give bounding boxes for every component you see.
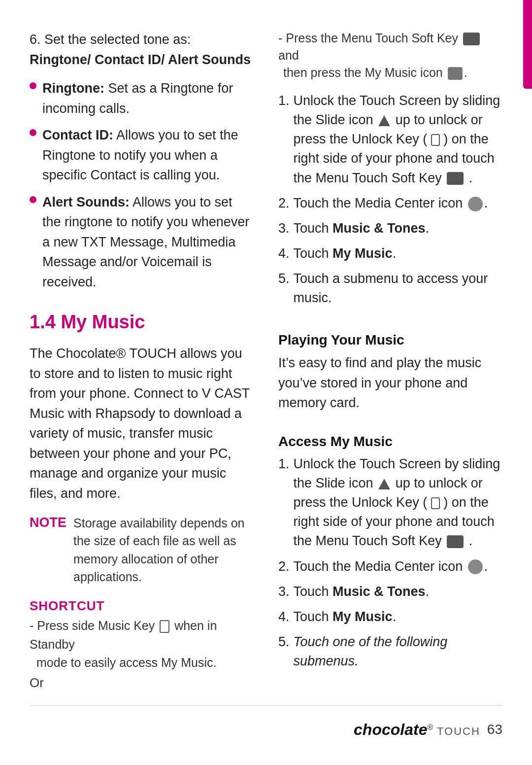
note-text: Storage availability depends on the size…	[73, 514, 254, 586]
access-step-2: 2. Touch the Media Center icon .	[278, 557, 502, 576]
shortcut-line2: mode to easily access My Music.	[30, 656, 216, 669]
list-item-text: Ringtone: Set as a Ringtone for incoming…	[42, 78, 254, 118]
set-tone-bold-text: Ringtone/ Contact ID/ Alert Sounds	[30, 52, 251, 67]
step-2-top: 2. Touch the Media Center icon .	[278, 194, 502, 213]
content-columns: 6. Set the selected tone as: Ringtone/ C…	[30, 30, 502, 691]
shortcut-label: SHORTCUT	[30, 598, 254, 614]
step-5-top: 5. Touch a submenu to access your music.	[278, 269, 502, 308]
note-label: NOTE	[30, 514, 66, 530]
page-container: 6. Set the selected tone as: Ringtone/ C…	[0, 0, 532, 765]
shortcut-text: - Press side Music Key when in Standby m…	[30, 617, 254, 672]
playing-your-music-heading: Playing Your Music	[278, 332, 502, 348]
access-step-3: 3. Touch Music & Tones.	[278, 582, 502, 601]
list-item: Alert Sounds: Allows you to set the ring…	[30, 192, 254, 292]
music-key-icon	[160, 620, 169, 633]
media-center-icon	[468, 197, 483, 211]
left-column: 6. Set the selected tone as: Ringtone/ C…	[30, 30, 254, 691]
media-center-icon-access	[468, 559, 483, 574]
slide-icon	[378, 115, 390, 126]
list-item: Contact ID: Allows you to set the Ringto…	[30, 125, 254, 185]
bullet-dot	[30, 129, 36, 136]
set-tone-intro-text: 6. Set the selected tone as:	[30, 32, 191, 47]
right-column: - Press the Menu Touch Soft Key and then…	[278, 30, 502, 691]
step-3-top: 3. Touch Music & Tones.	[278, 219, 502, 238]
menu-icon-access	[447, 535, 464, 548]
footer-brand: chocolate® TOUCH	[354, 721, 480, 739]
note-box: NOTE Storage availability depends on the…	[30, 514, 254, 586]
steps-top: 1. Unlock the Touch Screen by sliding th…	[278, 91, 502, 313]
access-step-4: 4. Touch My Music.	[278, 607, 502, 626]
menu-icon-step1	[447, 172, 464, 185]
shortcut-section: SHORTCUT - Press side Music Key when in …	[30, 598, 254, 691]
list-item: Ringtone: Set as a Ringtone for incoming…	[30, 78, 254, 118]
page-number: 63	[487, 722, 502, 737]
steps-access: 1. Unlock the Touch Screen by sliding th…	[278, 454, 502, 677]
set-tone-intro: 6. Set the selected tone as: Ringtone/ C…	[30, 30, 254, 70]
slide-icon-access	[378, 479, 390, 489]
top-right-note: - Press the Menu Touch Soft Key and then…	[278, 30, 502, 81]
page-footer: chocolate® TOUCH 63	[30, 705, 502, 739]
body-text-my-music: The Chocolate® TOUCH allows you to store…	[30, 344, 254, 503]
list-item-text: Contact ID: Allows you to set the Ringto…	[42, 125, 254, 185]
access-step-1: 1. Unlock the Touch Screen by sliding th…	[278, 454, 502, 551]
access-step-5: 5. Touch one of the following submenus.	[278, 632, 502, 671]
playing-text: It’s easy to find and play the music you…	[278, 353, 502, 413]
access-my-music-heading: Access My Music	[278, 434, 502, 450]
list-item-text: Alert Sounds: Allows you to set the ring…	[42, 192, 254, 292]
menu-soft-key-icon	[463, 33, 480, 45]
shortcut-or: Or	[30, 675, 254, 691]
section-heading-my-music: 1.4 My Music	[30, 312, 254, 333]
step-4-top: 4. Touch My Music.	[278, 244, 502, 263]
pink-bar	[523, 0, 532, 89]
my-music-icon	[448, 67, 463, 80]
bullet-list: Ringtone: Set as a Ringtone for incoming…	[30, 78, 254, 299]
bullet-dot	[30, 196, 36, 203]
bullet-dot	[30, 82, 36, 89]
step-1-top: 1. Unlock the Touch Screen by sliding th…	[278, 91, 502, 188]
